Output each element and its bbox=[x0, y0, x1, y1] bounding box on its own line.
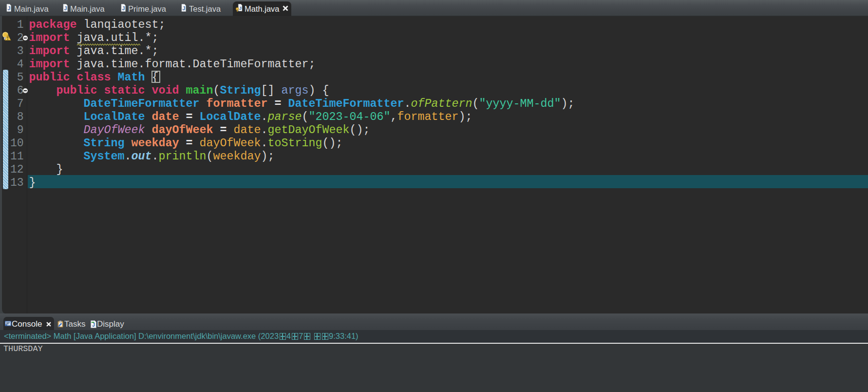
svg-text:J: J bbox=[92, 322, 95, 328]
svg-text:J: J bbox=[7, 5, 10, 11]
svg-text:J: J bbox=[239, 6, 242, 11]
svg-text:J: J bbox=[182, 5, 185, 11]
svg-text:J: J bbox=[64, 5, 67, 11]
svg-text:J: J bbox=[122, 5, 125, 11]
